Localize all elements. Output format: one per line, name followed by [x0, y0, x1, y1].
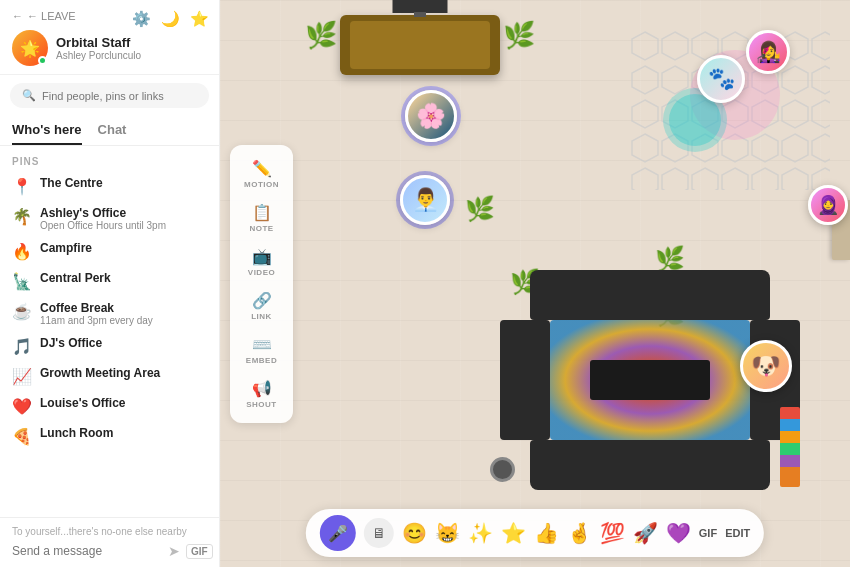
- pin-icon-campfire: 🔥: [12, 242, 32, 261]
- gif-button[interactable]: GIF: [186, 544, 213, 559]
- pin-name-the-centre: The Centre: [40, 176, 103, 190]
- emoji-thumbs-up[interactable]: 👍: [534, 521, 559, 545]
- sofa-left: [500, 320, 550, 440]
- pins-label: PINS: [0, 152, 219, 171]
- user-name: Orbital Staff: [56, 35, 141, 50]
- coffee-table: [590, 360, 710, 400]
- tabs-bar: Who's here Chat: [0, 116, 219, 146]
- map-avatar-door: 🧕: [808, 185, 848, 225]
- emoji-cat[interactable]: 😸: [435, 521, 460, 545]
- shout-icon: 📢: [252, 379, 272, 398]
- pin-icon-ashleys-office: 🌴: [12, 207, 32, 226]
- pin-item-coffee-break[interactable]: ☕ Coffee Break 11am and 3pm every day: [0, 296, 219, 331]
- leave-label: ← LEAVE: [27, 10, 76, 22]
- pin-name-djs-office: DJ's Office: [40, 336, 102, 350]
- bottom-bar: 🎤 🖥 😊 😸 ✨ ⭐ 👍 🤞 💯 🚀 💜 GIF EDIT: [306, 509, 764, 557]
- hex-pattern: [630, 30, 830, 190]
- pin-name-ashleys-office: Ashley's Office: [40, 206, 166, 220]
- note-icon: 📋: [252, 203, 272, 222]
- user-avatar-wrap: 🌟: [12, 30, 48, 66]
- pin-name-louises-office: Louise's Office: [40, 396, 126, 410]
- pin-item-campfire[interactable]: 🔥 Campfire: [0, 236, 219, 266]
- link-icon: 🔗: [252, 291, 272, 310]
- speaker: [490, 457, 515, 482]
- toolbar-video[interactable]: 📺 VIDEO: [236, 241, 287, 283]
- sidebar: ← ← LEAVE ⚙️ 🌙 ⭐ 🌟 Orbital Staff Ashley …: [0, 0, 220, 567]
- motion-label: MOTION: [244, 180, 279, 189]
- pin-name-lunch-room: Lunch Room: [40, 426, 113, 440]
- emoji-crossed-fingers[interactable]: 🤞: [567, 521, 592, 545]
- pin-icon-growth-meeting-area: 📈: [12, 367, 32, 386]
- reception-desk-area: 🌿 🌿: [320, 15, 520, 75]
- sidebar-footer: To yourself...there's no-one else nearby…: [0, 517, 219, 567]
- plant-left-seating: 🌿: [465, 195, 495, 223]
- dark-mode-icon[interactable]: 🌙: [161, 10, 180, 28]
- toolbar-link[interactable]: 🔗 LINK: [236, 285, 287, 327]
- plant-right-desk: 🌿: [503, 20, 535, 51]
- plant-left-desk: 🌿: [305, 20, 337, 51]
- emoji-star[interactable]: ⭐: [501, 521, 526, 545]
- map-avatar-hex-1: 🐾: [697, 55, 745, 103]
- sidebar-header: ← ← LEAVE ⚙️ 🌙 ⭐ 🌟 Orbital Staff Ashley …: [0, 0, 219, 75]
- sofa-bottom: [530, 440, 770, 490]
- note-label: NOTE: [249, 224, 273, 233]
- sofa-top: [530, 270, 770, 320]
- emoji-sparkle[interactable]: ✨: [468, 521, 493, 545]
- toolbar-motion[interactable]: ✏️ MOTION: [236, 153, 287, 195]
- screen-share-button[interactable]: 🖥: [364, 518, 394, 548]
- video-label: VIDEO: [248, 268, 275, 277]
- mic-button[interactable]: 🎤: [320, 515, 356, 551]
- toolbar-embed[interactable]: ⌨️ EMBED: [236, 329, 287, 371]
- pin-item-louises-office[interactable]: ❤️ Louise's Office: [0, 391, 219, 421]
- pin-icon-louises-office: ❤️: [12, 397, 32, 416]
- main-canvas[interactable]: 🐾 👩‍🎤 🌿 🌿 🌸 👨‍💼 🌿 🌿 🌿 🌿: [220, 0, 850, 567]
- emoji-happy[interactable]: 😊: [402, 521, 427, 545]
- emoji-rocket[interactable]: 🚀: [633, 521, 658, 545]
- video-icon: 📺: [252, 247, 272, 266]
- message-input[interactable]: [12, 544, 162, 558]
- settings-icon[interactable]: ⚙️: [132, 10, 151, 28]
- pin-item-ashleys-office[interactable]: 🌴 Ashley's Office Open Office Hours unti…: [0, 201, 219, 236]
- send-button[interactable]: ➤: [168, 543, 180, 559]
- pin-item-central-perk[interactable]: 🗽 Central Perk: [0, 266, 219, 296]
- shout-label: SHOUT: [246, 400, 277, 409]
- map-avatar-hex-2: 👩‍🎤: [746, 30, 790, 74]
- pin-item-the-centre[interactable]: 📍 The Centre: [0, 171, 219, 201]
- online-indicator: [38, 56, 47, 65]
- emoji-100[interactable]: 💯: [600, 521, 625, 545]
- footer-status: To yourself...there's no-one else nearby: [12, 526, 207, 537]
- edit-button[interactable]: EDIT: [725, 527, 750, 539]
- pin-item-djs-office[interactable]: 🎵 DJ's Office: [0, 331, 219, 361]
- map-avatar-desk: 🌸: [405, 90, 457, 142]
- pin-name-central-perk: Central Perk: [40, 271, 111, 285]
- user-handle: Ashley Porclunculo: [56, 50, 141, 61]
- pin-item-lunch-room[interactable]: 🍕 Lunch Room: [0, 421, 219, 451]
- plant-right-seating: 🌿: [655, 245, 685, 273]
- bookshelf: [780, 407, 800, 487]
- user-text: Orbital Staff Ashley Porclunculo: [56, 35, 141, 61]
- link-label: LINK: [251, 312, 272, 321]
- embed-label: EMBED: [246, 356, 277, 365]
- search-input[interactable]: [42, 90, 197, 102]
- pin-sub-coffee-break: 11am and 3pm every day: [40, 315, 153, 326]
- embed-icon: ⌨️: [252, 335, 272, 354]
- message-input-wrap: ➤ GIF: [12, 543, 207, 559]
- tab-whos-here[interactable]: Who's here: [12, 116, 82, 145]
- search-icon: 🔍: [22, 89, 36, 102]
- pins-list: 📍 The Centre 🌴 Ashley's Office Open Offi…: [0, 171, 219, 517]
- emoji-heart[interactable]: 💜: [666, 521, 691, 545]
- pin-icon-coffee-break: ☕: [12, 302, 32, 321]
- star-icon[interactable]: ⭐: [190, 10, 209, 28]
- toolbar-note[interactable]: 📋 NOTE: [236, 197, 287, 239]
- tab-chat[interactable]: Chat: [98, 116, 127, 145]
- pin-sub-ashleys-office: Open Office Hours until 3pm: [40, 220, 166, 231]
- pin-item-growth-meeting-area[interactable]: 📈 Growth Meeting Area: [0, 361, 219, 391]
- pin-name-campfire: Campfire: [40, 241, 92, 255]
- header-icons: ⚙️ 🌙 ⭐: [132, 10, 209, 28]
- user-info: 🌟 Orbital Staff Ashley Porclunculo: [12, 30, 207, 66]
- pin-name-coffee-break: Coffee Break: [40, 301, 153, 315]
- toolbar-shout[interactable]: 📢 SHOUT: [236, 373, 287, 415]
- gif-bottom-button[interactable]: GIF: [699, 527, 717, 539]
- search-bar[interactable]: 🔍: [10, 83, 209, 108]
- pin-icon-djs-office: 🎵: [12, 337, 32, 356]
